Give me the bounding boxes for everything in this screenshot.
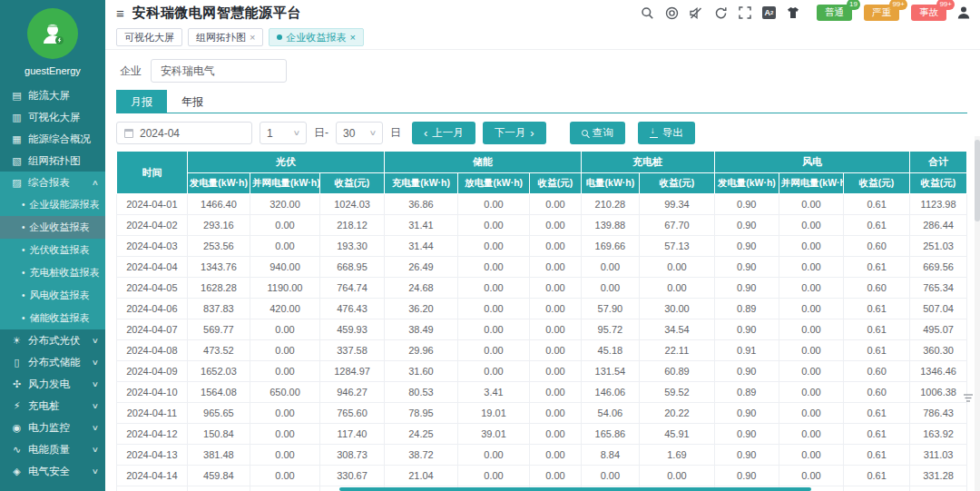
- refresh-icon[interactable]: [713, 5, 728, 20]
- table-group-header: 储能: [385, 152, 581, 173]
- table-cell: 308.73: [319, 445, 384, 466]
- month-picker[interactable]: 2024-04: [116, 122, 252, 144]
- sidebar-item-label: 充电桩: [28, 399, 60, 413]
- sidebar-item-分布式光伏[interactable]: ☀分布式光伏∨: [0, 329, 105, 351]
- breadcrumb-tab[interactable]: 企业收益报表×: [269, 28, 363, 46]
- help-center-icon[interactable]: [664, 5, 679, 20]
- day-from-select[interactable]: 1 ∨: [260, 122, 307, 144]
- table-cell: 0.00: [640, 278, 714, 299]
- table-cell: 459.93: [319, 319, 384, 340]
- table-cell: 20.22: [640, 403, 714, 424]
- table-cell: 24.68: [385, 278, 458, 299]
- bullet-icon: •: [22, 313, 25, 323]
- mute-icon[interactable]: [689, 5, 703, 20]
- sidebar-subitem-企业级能源报表[interactable]: •企业级能源报表: [0, 193, 105, 216]
- table-cell: 837.83: [187, 299, 250, 319]
- table-settings-icon[interactable]: [963, 390, 975, 407]
- table-cell: 24.25: [385, 424, 458, 445]
- tab-年报[interactable]: 年报: [167, 90, 218, 113]
- table-cell: 765.34: [910, 278, 967, 299]
- sidebar-subitem-储能收益报表[interactable]: •储能收益报表: [0, 307, 105, 329]
- sidebar-subitem-充电桩收益报表[interactable]: •充电桩收益报表: [0, 261, 105, 284]
- table-cell: 0.00: [530, 299, 581, 319]
- theme-icon[interactable]: [786, 5, 800, 20]
- date-cell: 2024-04-06: [117, 299, 188, 319]
- chevron-right-icon: ›: [530, 127, 534, 139]
- table-row: 2024-04-091652.030.001284.9731.600.000.0…: [117, 361, 967, 382]
- scrollbar-thumb[interactable]: [975, 140, 980, 221]
- table-cell: 57.13: [640, 236, 714, 257]
- sidebar-subitem-企业收益报表[interactable]: •企业收益报表: [0, 216, 105, 239]
- table-cell: 0.00: [779, 403, 843, 424]
- table-cell: 0.90: [714, 424, 779, 445]
- sidebar-subitem-风电收益报表[interactable]: •风电收益报表: [0, 284, 105, 307]
- download-icon: [650, 129, 658, 138]
- sidebar-item-label: 风力发电: [28, 378, 70, 391]
- table-cell: 0.00: [250, 445, 320, 466]
- next-month-button[interactable]: 下一月 ›: [483, 122, 546, 144]
- user-avatar-icon[interactable]: [956, 5, 971, 20]
- table-row: 2024-04-06837.83420.00476.4336.200.000.0…: [117, 299, 967, 319]
- close-icon[interactable]: ×: [250, 32, 255, 43]
- sidebar-item-充电桩[interactable]: ⚡充电桩∨: [0, 395, 105, 417]
- sidebar-item-风力发电[interactable]: ✣风力发电∨: [0, 373, 105, 395]
- vertical-scrollbar[interactable]: [975, 136, 980, 491]
- sidebar-item-能流大屏[interactable]: ▤能流大屏: [0, 84, 105, 106]
- font-size-icon[interactable]: A2: [762, 6, 776, 19]
- alarm-button-严重[interactable]: 严重99+: [864, 5, 899, 21]
- prev-month-button[interactable]: ‹ 上一月: [412, 122, 475, 144]
- export-button[interactable]: 导出: [638, 122, 695, 144]
- close-icon[interactable]: ×: [349, 32, 355, 43]
- content: 企业 安科瑞电气 月报年报 2024-04 1 ∨ 日- 30 ∨: [105, 50, 980, 491]
- charging-pile-icon: ⚡: [11, 400, 23, 412]
- breadcrumb-tab-label: 组网拓扑图: [196, 31, 246, 44]
- sidebar-item-能源综合概况[interactable]: ▦能源综合概况: [0, 128, 105, 150]
- bullet-icon: •: [22, 268, 25, 278]
- power-quality-icon: ∿: [11, 444, 23, 456]
- alarm-button-普通[interactable]: 普通19: [817, 5, 852, 21]
- table-cell: 473.52: [187, 340, 250, 361]
- bullet-icon: •: [22, 200, 25, 210]
- table-cell: 0.00: [530, 278, 581, 299]
- day-to-select[interactable]: 30 ∨: [336, 122, 383, 144]
- sidebar-subitem-光伏收益报表[interactable]: •光伏收益报表: [0, 239, 105, 261]
- sidebar-item-可视化大屏[interactable]: ▥可视化大屏: [0, 106, 105, 128]
- horizontal-scrollbar[interactable]: [339, 487, 811, 491]
- query-button[interactable]: 查询: [570, 122, 625, 144]
- date-cell: 2024-04-05: [117, 278, 188, 299]
- username: guestEnergy: [0, 65, 105, 76]
- sidebar-item-电力监控[interactable]: ◉电力监控∨: [0, 417, 105, 438]
- table-cell: 0.00: [640, 257, 714, 278]
- table-cell: 0.00: [457, 194, 530, 215]
- table-cell: 1564.08: [187, 382, 250, 403]
- sidebar-item-电气安全[interactable]: ◈电气安全∨: [0, 460, 105, 482]
- search-icon[interactable]: [640, 5, 654, 20]
- table-cell: 251.03: [910, 236, 967, 257]
- sidebar-subitem-label: 充电桩收益报表: [30, 266, 100, 280]
- sidebar-item-综合报表[interactable]: ▨综合报表∧: [0, 172, 105, 193]
- breadcrumb-tab[interactable]: 可视化大屏: [116, 28, 182, 46]
- table-cell: 337.58: [319, 340, 384, 361]
- tab-月报[interactable]: 月报: [116, 90, 167, 113]
- date-cell: 2024-04-02: [117, 215, 188, 236]
- breadcrumb-tab[interactable]: 组网拓扑图×: [188, 28, 263, 46]
- table-cell: 0.90: [714, 278, 779, 299]
- sidebar-item-电能质量[interactable]: ∿电能质量∨: [0, 438, 105, 460]
- alarm-button-事故[interactable]: 事故99+: [911, 5, 946, 21]
- table-cell: 0.00: [581, 466, 640, 486]
- table-cell: 0.60: [844, 486, 910, 491]
- table-cell: 0.60: [844, 382, 910, 403]
- table-cell: 0.00: [530, 403, 581, 424]
- sidebar-item-label: 能源综合概况: [28, 133, 91, 146]
- power-monitor-icon: ◉: [11, 422, 23, 434]
- fullscreen-icon[interactable]: [738, 5, 752, 20]
- collapse-menu-icon[interactable]: ≡: [116, 5, 124, 21]
- table-cell: 0.00: [457, 236, 530, 257]
- chevron-down-icon: ∨: [92, 402, 99, 410]
- company-input[interactable]: 安科瑞电气: [151, 59, 287, 83]
- sidebar-item-组网拓扑图[interactable]: ▧组网拓扑图: [0, 150, 105, 172]
- table-cell: 0.61: [844, 445, 910, 466]
- sidebar-item-分布式储能[interactable]: ▯分布式储能∨: [0, 351, 105, 373]
- table-cell: 0.60: [844, 236, 910, 257]
- comprehensive-report-icon: ▨: [11, 177, 23, 189]
